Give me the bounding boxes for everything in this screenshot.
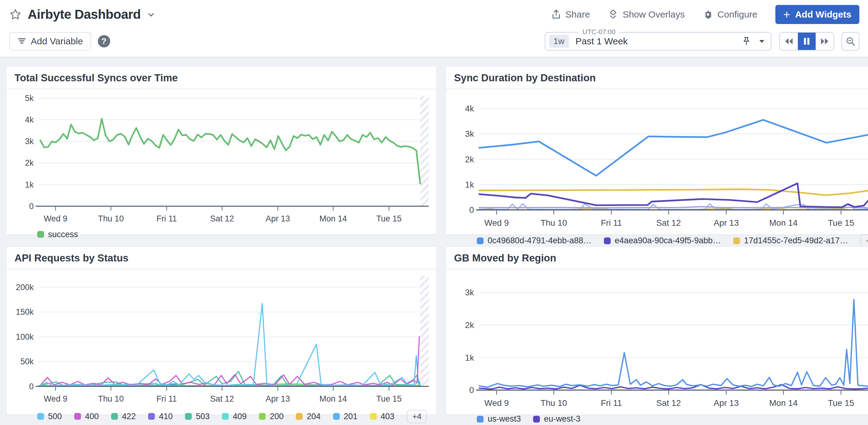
legend-item[interactable]: 422 <box>111 412 136 421</box>
legend-swatch <box>222 413 229 420</box>
legend-swatch <box>37 413 44 420</box>
time-range-label: Past 1 Week <box>576 36 628 47</box>
svg-text:200k: 200k <box>16 283 34 292</box>
share-button[interactable]: Share <box>551 9 590 20</box>
legend-overflow-badge[interactable]: +6 <box>860 234 868 247</box>
sync-duration-chart[interactable]: 01k2k3k4kWed 9Thu 10Fri 11Sat 12Apr 13Mo… <box>446 89 868 233</box>
svg-text:Sat 12: Sat 12 <box>656 218 681 227</box>
legend-item[interactable]: eu-west-3 <box>533 414 581 424</box>
svg-text:Mon 14: Mon 14 <box>769 398 798 408</box>
legend-label: 409 <box>233 412 247 421</box>
svg-text:Fri 11: Fri 11 <box>601 398 622 408</box>
legend-item[interactable]: 403 <box>370 412 395 421</box>
svg-text:Wed 9: Wed 9 <box>44 214 67 223</box>
legend-item[interactable]: 17d1455c-7ed5-49d2-a17… <box>733 236 848 245</box>
overlays-icon <box>608 9 618 20</box>
legend-label: 422 <box>122 412 136 421</box>
pause-button[interactable] <box>798 33 816 50</box>
legend: success <box>6 229 436 245</box>
svg-text:Tue 15: Tue 15 <box>828 398 854 408</box>
legend-overflow-badge[interactable]: +4 <box>407 410 427 423</box>
svg-text:5k: 5k <box>25 94 34 103</box>
svg-text:Mon 14: Mon 14 <box>769 218 798 227</box>
legend-item[interactable]: us-west3 <box>477 414 521 424</box>
svg-text:Apr 13: Apr 13 <box>714 218 739 227</box>
svg-text:Thu 10: Thu 10 <box>540 218 567 227</box>
svg-text:Tue 15: Tue 15 <box>828 218 854 227</box>
svg-text:Thu 10: Thu 10 <box>98 214 124 223</box>
svg-text:Wed 9: Wed 9 <box>485 218 509 227</box>
configure-button[interactable]: Configure <box>703 9 757 20</box>
svg-text:Wed 9: Wed 9 <box>485 398 509 408</box>
legend-item[interactable]: 204 <box>296 412 320 421</box>
time-range-picker[interactable]: UTC-07:00 1w Past 1 Week <box>545 32 771 51</box>
svg-text:50k: 50k <box>20 357 34 366</box>
legend-item[interactable]: success <box>37 230 78 239</box>
svg-text:1k: 1k <box>465 353 474 363</box>
favorite-star-icon[interactable] <box>9 8 22 21</box>
legend-item[interactable]: 503 <box>185 412 210 421</box>
legend-swatch <box>370 413 377 420</box>
svg-text:0: 0 <box>469 385 474 395</box>
svg-text:Tue 15: Tue 15 <box>376 394 401 403</box>
legend-swatch <box>296 413 303 420</box>
svg-text:Thu 10: Thu 10 <box>540 398 567 408</box>
svg-text:0: 0 <box>469 205 474 215</box>
legend-label: 0c49680d-4791-4ebb-a88… <box>488 236 592 245</box>
show-overlays-button[interactable]: Show Overlays <box>608 9 685 20</box>
widget-total-successful-syncs: Total Successful Syncs over Time 01k2k3k… <box>6 66 436 235</box>
top-bar: Airbyte Dashboard Share Show Overlays <box>0 0 868 57</box>
svg-text:Apr 13: Apr 13 <box>266 214 290 223</box>
legend-swatch <box>148 413 155 420</box>
legend-label: 503 <box>196 412 210 421</box>
help-icon[interactable]: ? <box>98 35 110 48</box>
svg-text:Apr 13: Apr 13 <box>714 398 739 408</box>
zoom-out-button[interactable] <box>841 32 859 51</box>
timezone-label: UTC-07:00 <box>579 28 619 36</box>
legend: us-west3eu-west-3 <box>446 413 868 425</box>
svg-text:Fri 11: Fri 11 <box>601 218 622 227</box>
legend-label: 201 <box>344 412 358 421</box>
legend: 500400422410503409200204201403+4 <box>6 409 436 425</box>
legend-item[interactable]: 200 <box>259 412 283 421</box>
caret-down-icon[interactable] <box>758 39 765 44</box>
legend-item[interactable]: 201 <box>333 412 358 421</box>
svg-text:4k: 4k <box>465 104 474 113</box>
svg-text:Wed 9: Wed 9 <box>44 394 67 403</box>
svg-text:Mon 14: Mon 14 <box>319 214 347 223</box>
gb-moved-chart[interactable]: 01k2k3kWed 9Thu 10Fri 11Sat 12Apr 13Mon … <box>446 270 868 413</box>
api-requests-chart[interactable]: 050k100k150k200kWed 9Thu 10Fri 11Sat 12A… <box>6 270 436 409</box>
svg-text:4k: 4k <box>25 115 34 124</box>
legend-label: us-west3 <box>488 414 521 424</box>
legend-item[interactable]: e4aea90a-90ca-49f5-9abb… <box>604 236 721 245</box>
legend-item[interactable]: 409 <box>222 412 247 421</box>
pin-icon[interactable] <box>742 36 750 46</box>
legend-item[interactable]: 400 <box>74 412 99 421</box>
title-chevron-down-icon[interactable] <box>147 11 155 18</box>
legend-label: 204 <box>307 412 320 421</box>
legend-item[interactable]: 0c49680d-4791-4ebb-a88… <box>477 236 592 245</box>
legend-swatch <box>74 413 81 420</box>
legend-label: 410 <box>159 412 173 421</box>
time-range-chip[interactable]: 1w <box>549 35 569 48</box>
configure-label: Configure <box>717 9 757 20</box>
add-widgets-button[interactable]: + Add Widgets <box>775 5 859 24</box>
svg-text:0: 0 <box>29 202 34 211</box>
legend-label: eu-west-3 <box>544 414 581 424</box>
show-overlays-label: Show Overlays <box>623 9 685 20</box>
legend-item[interactable]: 410 <box>148 412 173 421</box>
add-variable-button[interactable]: Add Variable <box>9 32 91 51</box>
time-forward-button[interactable] <box>816 33 834 50</box>
add-variable-label: Add Variable <box>31 36 83 47</box>
widget-gb-moved: GB Moved by Region 01k2k3kWed 9Thu 10Fri… <box>446 246 868 415</box>
legend-label: 403 <box>381 412 395 421</box>
svg-text:3k: 3k <box>465 129 474 139</box>
legend-swatch <box>185 413 192 420</box>
svg-text:3k: 3k <box>465 287 474 297</box>
add-widgets-label: Add Widgets <box>795 9 851 20</box>
legend-item[interactable]: 500 <box>37 412 62 421</box>
syncs-chart[interactable]: 01k2k3k4k5kWed 9Thu 10Fri 11Sat 12Apr 13… <box>6 89 436 229</box>
svg-text:Thu 10: Thu 10 <box>98 394 124 403</box>
legend-swatch <box>259 413 266 420</box>
time-backward-button[interactable] <box>780 33 798 50</box>
